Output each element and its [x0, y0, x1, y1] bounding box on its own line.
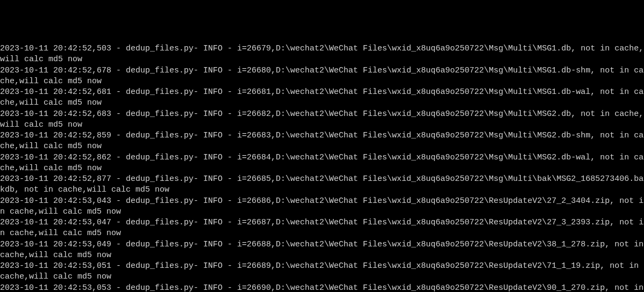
log-line: 2023-10-11 20:42:52,877 - dedup_files.py… [0, 174, 643, 194]
log-line: 2023-10-11 20:42:53,043 - dedup_files.py… [0, 196, 643, 216]
log-line: 2023-10-11 20:42:53,053 - dedup_files.py… [0, 283, 644, 293]
log-line: 2023-10-11 20:42:52,683 - dedup_files.py… [0, 110, 643, 129]
log-line: 2023-10-11 20:42:52,503 - dedup_files.py… [0, 44, 643, 64]
terminal-output: 2023-10-11 20:42:52,503 - dedup_files.py… [0, 43, 644, 292]
log-line: 2023-10-11 20:42:52,678 - dedup_files.py… [0, 66, 643, 86]
log-line: 2023-10-11 20:42:52,681 - dedup_files.py… [0, 87, 643, 107]
log-line: 2023-10-11 20:42:52,862 - dedup_files.py… [0, 153, 643, 173]
log-line: 2023-10-11 20:42:53,051 - dedup_files.py… [0, 261, 643, 281]
log-line: 2023-10-11 20:42:53,049 - dedup_files.py… [0, 240, 644, 260]
log-line: 2023-10-11 20:42:53,047 - dedup_files.py… [0, 218, 643, 238]
log-line: 2023-10-11 20:42:52,859 - dedup_files.py… [0, 131, 643, 151]
